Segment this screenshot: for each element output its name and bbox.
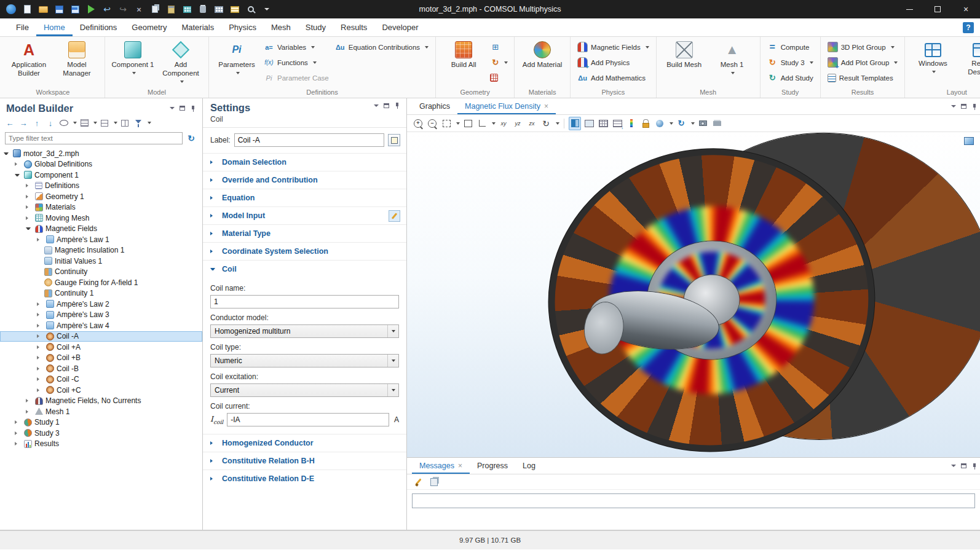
settings-section-constitutive-relation-d-e[interactable]: Constitutive Relation D-E xyxy=(203,469,406,487)
ribbon-study-3-button[interactable]: Study 3 xyxy=(765,55,816,70)
copy-icon[interactable] xyxy=(149,3,161,15)
tab-log[interactable]: Log xyxy=(515,458,543,474)
pin-panel-icon[interactable] xyxy=(394,102,400,109)
zoom-in-icon[interactable] xyxy=(412,117,424,130)
menu-results[interactable]: Results xyxy=(333,18,374,36)
tree-item-coil-b[interactable]: Coil -B xyxy=(0,363,202,374)
panel-menu-chevron-icon[interactable] xyxy=(951,465,956,467)
tree-expand-icon[interactable] xyxy=(15,420,20,424)
tree-collapse-icon[interactable] xyxy=(15,174,20,176)
model-tree-nodes-icon[interactable] xyxy=(78,117,90,129)
settings-section-override-and-contribution[interactable]: Override and Contribution xyxy=(203,171,406,189)
table-icon[interactable] xyxy=(213,3,225,15)
ribbon-3d-plot-group-button[interactable]: 3D Plot Group xyxy=(825,39,901,55)
comsol-logo-icon[interactable] xyxy=(5,3,17,15)
settings-section-coil[interactable]: Coil xyxy=(203,260,406,278)
float-panel-icon[interactable] xyxy=(961,463,966,468)
tree-item-amp-re-s-law-4[interactable]: Ampère's Law 4 xyxy=(0,320,202,331)
tree-item-coil-a[interactable]: Coil +A xyxy=(0,342,202,353)
save-icon[interactable] xyxy=(53,3,65,15)
refresh-icon[interactable] xyxy=(540,117,552,130)
tree-item-initial-values-1[interactable]: Initial Values 1 xyxy=(0,256,202,267)
tab-messages[interactable]: Messages× xyxy=(412,458,470,474)
tree-item-coil-c[interactable]: Coil -C xyxy=(0,374,202,385)
ribbon-add-material-button[interactable]: Add Material xyxy=(519,38,566,71)
ribbon-mesh-1-button[interactable]: Mesh 1 xyxy=(709,38,756,76)
forward-arrow-icon[interactable] xyxy=(17,117,30,129)
tree-item-amp-re-s-law-1[interactable]: Ampère's Law 1 xyxy=(0,234,202,245)
panel-menu-chevron-icon[interactable] xyxy=(374,104,379,107)
view-zx-icon[interactable] xyxy=(526,117,538,130)
camera-icon[interactable] xyxy=(697,117,709,130)
tree-item-magnetic-fields-no-currents[interactable]: Magnetic Fields, No Currents xyxy=(0,396,202,407)
tree-expand-icon[interactable] xyxy=(26,399,31,403)
tree-item-magnetic-insulation-1[interactable]: Magnetic Insulation 1 xyxy=(0,245,202,256)
tree-filter-input[interactable] xyxy=(5,132,183,144)
image-snapshot-icon[interactable] xyxy=(583,117,595,130)
ribbon-build-all-button[interactable]: Build All xyxy=(440,38,487,71)
coil-excitation-select[interactable]: Current xyxy=(210,383,399,397)
panel-menu-chevron-icon[interactable] xyxy=(170,107,175,109)
plot-thumbnail-icon[interactable] xyxy=(964,137,974,145)
preview-icon[interactable] xyxy=(69,3,81,15)
tree-expand-icon[interactable] xyxy=(26,205,31,209)
cut-icon[interactable] xyxy=(133,3,145,15)
tree-expand-icon[interactable] xyxy=(15,162,20,166)
redo-icon[interactable] xyxy=(117,3,129,15)
settings-section-equation[interactable]: Equation xyxy=(203,189,406,206)
settings-section-homogenized-conductor[interactable]: Homogenized Conductor xyxy=(203,434,406,452)
tree-expand-icon[interactable] xyxy=(37,388,42,392)
tree-item-moving-mesh[interactable]: Moving Mesh xyxy=(0,213,202,224)
report-icon[interactable] xyxy=(229,3,241,15)
tree-collapse-icon[interactable] xyxy=(26,227,31,230)
menu-home[interactable]: Home xyxy=(36,18,73,36)
tree-item-magnetic-fields[interactable]: Magnetic Fields xyxy=(0,224,202,235)
tree-expand-icon[interactable] xyxy=(26,216,31,220)
graphics-canvas[interactable] xyxy=(407,132,980,457)
open-file-icon[interactable] xyxy=(37,3,49,15)
ribbon-result-templates-button[interactable]: Result Templates xyxy=(825,70,901,85)
coil-current-input[interactable] xyxy=(227,413,389,426)
tree-expand-icon[interactable] xyxy=(37,377,42,381)
tree-expand-icon[interactable] xyxy=(37,324,42,328)
back-arrow-icon[interactable] xyxy=(4,117,16,129)
tree-expand-icon[interactable] xyxy=(26,410,31,414)
tree-item-coil-b[interactable]: Coil +B xyxy=(0,353,202,364)
ribbon-variables-button[interactable]: Variables xyxy=(261,39,331,55)
settings-section-constitutive-relation-b-h[interactable]: Constitutive Relation B-H xyxy=(203,452,406,469)
zoom-box-icon[interactable] xyxy=(440,117,452,130)
float-panel-icon[interactable] xyxy=(180,106,185,111)
move-down-icon[interactable] xyxy=(44,117,57,129)
coil-name-input[interactable] xyxy=(210,295,399,308)
conductor-model-select[interactable]: Homogenized multiturn xyxy=(210,324,399,338)
tree-expand-icon[interactable] xyxy=(26,195,31,198)
undo-icon[interactable] xyxy=(101,3,113,15)
menu-definitions[interactable]: Definitions xyxy=(73,18,125,36)
tree-item-study-1[interactable]: Study 1 xyxy=(0,417,202,428)
tree-collapse-icon[interactable] xyxy=(4,152,9,155)
columns-icon[interactable] xyxy=(119,117,131,129)
ribbon-reset-desktop-button[interactable]: Reset Desktop xyxy=(957,38,980,83)
zoom-extents-icon[interactable] xyxy=(462,117,474,130)
view-yz-icon[interactable] xyxy=(512,117,524,130)
ribbon-functions-button[interactable]: Functions xyxy=(261,55,331,70)
tree-item-results[interactable]: Results xyxy=(0,439,202,450)
tree-expand-icon[interactable] xyxy=(15,431,20,435)
label-input[interactable] xyxy=(234,133,384,147)
zoom-icon[interactable] xyxy=(245,3,257,15)
close-button[interactable]: × xyxy=(952,0,980,18)
menu-physics[interactable]: Physics xyxy=(221,18,264,36)
delete-icon[interactable] xyxy=(197,3,209,15)
settings-section-material-type[interactable]: Material Type xyxy=(203,224,406,242)
tree-item-coil-c[interactable]: Coil +C xyxy=(0,385,202,396)
tree-expand-icon[interactable] xyxy=(37,334,42,338)
tree-expand-icon[interactable] xyxy=(37,367,42,371)
close-tab-icon[interactable]: × xyxy=(544,102,548,111)
move-up-icon[interactable] xyxy=(31,117,43,129)
settings-section-coordinate-system-selection[interactable]: Coordinate System Selection xyxy=(203,242,406,260)
go-to-view-icon[interactable] xyxy=(476,117,488,130)
tree-item-continuity-1[interactable]: Continuity 1 xyxy=(0,288,202,299)
menu-file[interactable]: File xyxy=(9,18,36,36)
tree-item-materials[interactable]: Materials xyxy=(0,202,202,213)
tree-item-component-1[interactable]: Component 1 xyxy=(0,170,202,181)
